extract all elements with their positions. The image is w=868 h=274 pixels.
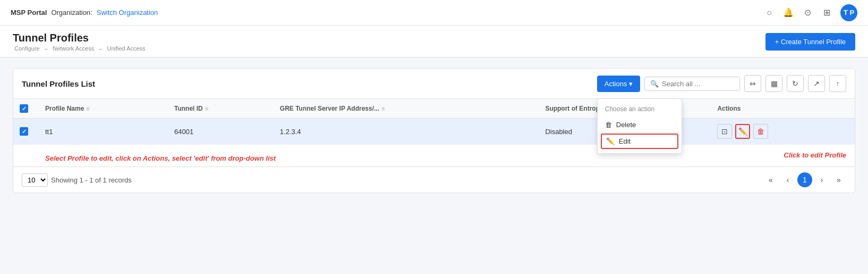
page-1-button[interactable]: 1 — [797, 172, 812, 187]
tunnel-profiles-table: Profile Name ≡ Tunnel ID ≡ — [13, 99, 855, 145]
showing-records: Showing 1 - 1 of 1 records — [51, 176, 132, 184]
edit-pencil-icon: ✏️ — [606, 137, 615, 145]
delete-label: Delete — [616, 121, 636, 129]
last-page-button[interactable]: » — [831, 172, 846, 187]
refresh-icon-button[interactable]: ↻ — [787, 75, 804, 92]
row-actions-cell: ⊡ ✏️ 🗑 — [711, 119, 855, 145]
next-page-button[interactable]: › — [814, 172, 829, 187]
page-title: Tunnel Profiles — [13, 32, 147, 44]
col-profile-name: Profile Name ≡ — [39, 99, 168, 119]
annotation-right: Click to edit Profile — [784, 151, 846, 162]
prev-page-button[interactable]: ‹ — [780, 172, 795, 187]
table-header-row: Profile Name ≡ Tunnel ID ≡ — [13, 99, 855, 119]
top-nav-left: MSP Portal Organization: Switch Organiza… — [11, 9, 158, 16]
org-label: Organization: — [51, 9, 92, 16]
page-header: Tunnel Profiles Configure – Network Acce… — [0, 26, 868, 57]
row-expand-icon-button[interactable]: ⊡ — [717, 124, 732, 139]
annotation-left: Select Profile to edit, click on Actions… — [45, 154, 276, 162]
row-delete-icon-button[interactable]: 🗑 — [753, 124, 768, 139]
table-toolbar: Tunnel Profiles List Actions ▾ Choose an… — [13, 69, 855, 99]
main-content: Tunnel Profiles List Actions ▾ Choose an… — [0, 57, 868, 204]
row-action-buttons: ⊡ ✏️ 🗑 — [717, 124, 848, 139]
actions-dropdown: Choose an action 🗑 Delete ✏️ Edit — [597, 98, 682, 154]
col-filter-icon-gre[interactable]: ≡ — [381, 105, 385, 112]
toolbar-right: Actions ▾ Choose an action 🗑 Delete ✏️ E… — [597, 75, 846, 92]
trash-icon: 🗑 — [605, 121, 612, 129]
first-page-button[interactable]: « — [763, 172, 778, 187]
col-tunnel-id-label: Tunnel ID — [174, 105, 203, 112]
page-header-left: Tunnel Profiles Configure – Network Acce… — [13, 32, 147, 52]
table-footer: 10 25 50 Showing 1 - 1 of 1 records « ‹ … — [13, 167, 855, 193]
table-card: Tunnel Profiles List Actions ▾ Choose an… — [13, 68, 855, 193]
col-filter-icon-profile[interactable]: ≡ — [86, 105, 89, 112]
row-tunnel-id: 64001 — [168, 119, 274, 145]
grid-icon[interactable]: ⊞ — [821, 7, 832, 18]
checkbox-header — [13, 99, 39, 119]
col-actions: Actions — [711, 99, 855, 119]
breadcrumb-network-access[interactable]: Network Access — [53, 45, 94, 52]
row-gre-ip: 1.2.3.4 — [274, 119, 539, 145]
search-icon[interactable]: ○ — [764, 7, 775, 18]
top-nav: MSP Portal Organization: Switch Organiza… — [0, 0, 868, 26]
dropdown-edit-item[interactable]: ✏️ Edit — [601, 134, 678, 149]
table-row[interactable]: tt1 64001 1.2.3.4 Disabled ⊡ ✏️ 🗑 — [13, 119, 855, 145]
upload-icon-button[interactable]: ↑ — [829, 75, 846, 92]
pagination: « ‹ 1 › » — [763, 172, 846, 187]
row-checkbox[interactable] — [20, 127, 28, 136]
breadcrumb-unified-access[interactable]: Unified Access — [107, 45, 145, 52]
col-filter-icon-tunnel[interactable]: ≡ — [205, 105, 208, 112]
help-icon[interactable]: ⊙ — [802, 7, 813, 18]
top-nav-right: ○ 🔔 ⊙ ⊞ T P — [764, 4, 857, 21]
col-tunnel-id: Tunnel ID ≡ — [168, 99, 274, 119]
search-icon-sm: 🔍 — [650, 80, 659, 88]
col-profile-name-label: Profile Name — [45, 105, 84, 112]
breadcrumb: Configure – Network Access – Unified Acc… — [13, 45, 147, 52]
select-all-checkbox[interactable] — [20, 104, 28, 113]
breadcrumb-configure[interactable]: Configure — [14, 45, 40, 52]
export-icon-button[interactable]: ↗ — [808, 75, 825, 92]
avatar[interactable]: T P — [840, 4, 857, 21]
search-input[interactable] — [662, 80, 734, 88]
create-tunnel-profile-button[interactable]: + Create Tunnel Profile — [765, 33, 855, 51]
msp-portal-label: MSP Portal — [11, 9, 47, 16]
edit-label: Edit — [619, 137, 631, 145]
per-page-select[interactable]: 10 25 50 — [22, 173, 48, 187]
col-gre-ip-label: GRE Tunnel Server IP Address/... — [280, 105, 379, 112]
actions-button[interactable]: Actions ▾ — [597, 76, 640, 92]
columns-icon-button[interactable]: ▦ — [765, 75, 782, 92]
bell-icon[interactable]: 🔔 — [783, 7, 794, 18]
column-width-icon-button[interactable]: ⇔ — [744, 75, 761, 92]
table-title: Tunnel Profiles List — [22, 79, 95, 88]
switch-org-link[interactable]: Switch Organization — [97, 9, 158, 16]
search-box: 🔍 — [644, 77, 740, 91]
dropdown-delete-item[interactable]: 🗑 Delete — [598, 117, 682, 132]
row-checkbox-cell — [13, 119, 39, 145]
col-entropy-label: Support of Entropy — [545, 105, 603, 112]
table-wrapper: Profile Name ≡ Tunnel ID ≡ — [13, 99, 855, 145]
dropdown-header: Choose an action — [598, 102, 682, 117]
col-gre-ip: GRE Tunnel Server IP Address/... ≡ — [274, 99, 539, 119]
per-page-section: 10 25 50 Showing 1 - 1 of 1 records — [22, 173, 132, 187]
row-edit-icon-button[interactable]: ✏️ — [735, 124, 750, 139]
row-profile-name: tt1 — [39, 119, 168, 145]
col-actions-label: Actions — [717, 105, 741, 112]
